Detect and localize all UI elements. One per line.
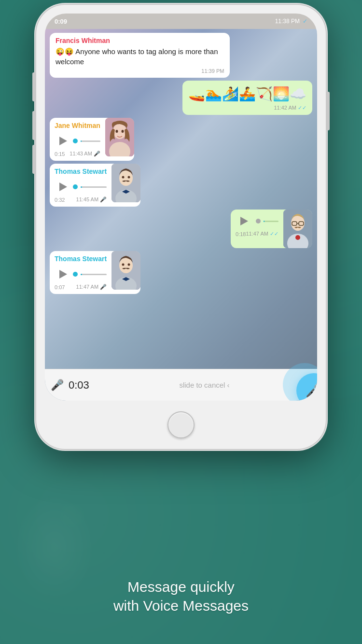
mic-indicator-4: 🎤 bbox=[100, 196, 107, 202]
record-mic-icon: 🎤 bbox=[51, 379, 64, 392]
voice-message-6: Thomas Stewart 0:07 bbox=[50, 251, 140, 294]
svg-point-21 bbox=[128, 264, 130, 266]
message-bubble-1: Francis Whitman 😜😝 Anyone who wants to t… bbox=[50, 33, 230, 78]
waveform-dot-3 bbox=[73, 139, 78, 143]
slide-to-cancel: slide to cancel ‹ bbox=[97, 381, 311, 389]
message-row-5: 0:18 11:47 AM ✓✓ bbox=[50, 210, 312, 248]
mic-indicator-3: 🎤 bbox=[94, 151, 100, 156]
waveform-dot-4 bbox=[73, 184, 78, 189]
phone-wrapper: 0:09 11:38 PM ✓ Francis Whitman 😜😝 Anyon… bbox=[36, 5, 326, 449]
play-button-4[interactable] bbox=[55, 179, 70, 195]
record-timer: 0:03 bbox=[69, 379, 93, 392]
message-bubble-2: 🚤🏊🏄🚣🏹🌅☁️ 11:42 AM ✓✓ bbox=[182, 81, 312, 115]
chat-background: Francis Whitman 😜😝 Anyone who wants to t… bbox=[45, 29, 317, 401]
mic-halo: 🎤 bbox=[283, 363, 317, 401]
voice-message-3: Jane Whitman 0:15 bbox=[50, 118, 134, 161]
avatar-jane bbox=[105, 118, 134, 156]
phone-frame: 0:09 11:38 PM ✓ Francis Whitman 😜😝 Anyon… bbox=[36, 5, 326, 449]
message-meta-1: 11:39 PM bbox=[56, 68, 224, 74]
voice-time-row-5: 0:18 11:47 AM ✓✓ bbox=[236, 231, 278, 237]
voice-controls-5 bbox=[236, 213, 278, 229]
input-bar: 🎤 0:03 slide to cancel ‹ 🎤 bbox=[45, 369, 317, 401]
waveform-line-6 bbox=[81, 274, 107, 275]
mic-icon-white: 🎤 bbox=[306, 383, 318, 399]
svg-point-4 bbox=[121, 130, 124, 133]
message-meta-2: 11:42 AM ✓✓ bbox=[188, 105, 306, 111]
voice-content-4: Thomas Stewart 0:32 bbox=[50, 164, 111, 207]
svg-point-3 bbox=[115, 130, 118, 133]
svg-point-6 bbox=[119, 170, 133, 186]
voice-message-4: Thomas Stewart 0:32 bbox=[50, 164, 140, 207]
waveform-line-4 bbox=[81, 186, 107, 188]
message-row-3: Jane Whitman 0:15 bbox=[50, 118, 281, 161]
svg-point-16 bbox=[295, 235, 300, 240]
emoji-text: 🚤🏊🏄🚣🏹🌅☁️ bbox=[188, 84, 306, 103]
waveform-dot-6 bbox=[73, 272, 78, 277]
waveform-line-5 bbox=[264, 221, 278, 222]
voice-time-6: 11:47 AM 🎤 bbox=[76, 284, 107, 290]
sender-name-francis: Francis Whitman bbox=[56, 37, 224, 44]
sender-thomas-1: Thomas Stewart bbox=[55, 168, 107, 175]
bottom-text: Message quickly with Voice Messages bbox=[0, 577, 362, 615]
bottom-text-line2: with Voice Messages bbox=[0, 596, 362, 615]
play-triangle-3 bbox=[59, 137, 67, 145]
svg-point-18 bbox=[119, 258, 133, 273]
status-clock: 11:38 PM bbox=[275, 18, 300, 25]
message-text-1: 😜😝 Anyone who wants to tag along is more… bbox=[56, 46, 224, 67]
svg-point-20 bbox=[122, 264, 125, 266]
play-button-6[interactable] bbox=[55, 266, 70, 282]
svg-point-8 bbox=[122, 176, 125, 179]
play-triangle-6 bbox=[59, 270, 67, 279]
voice-controls-6 bbox=[55, 266, 107, 282]
bottom-text-line1: Message quickly bbox=[0, 577, 362, 596]
status-call-time: 0:09 bbox=[55, 18, 67, 25]
sender-thomas-2: Thomas Stewart bbox=[55, 255, 107, 263]
mic-indicator-6: 🎤 bbox=[100, 284, 107, 290]
status-bar: 0:09 11:38 PM ✓ bbox=[45, 14, 317, 29]
play-triangle-4 bbox=[59, 182, 67, 191]
message-row-4: Thomas Stewart 0:32 bbox=[50, 164, 281, 207]
play-button-3[interactable] bbox=[55, 133, 70, 149]
svg-point-1 bbox=[113, 124, 126, 139]
avatar-thomas-1 bbox=[111, 164, 140, 202]
waveform-line-3 bbox=[81, 140, 100, 142]
voice-time-row-3: 0:15 11:43 AM 🎤 bbox=[55, 151, 100, 157]
voice-content-5: 0:18 11:47 AM ✓✓ bbox=[231, 210, 283, 248]
voice-controls-3 bbox=[55, 133, 100, 149]
mic-button-large[interactable]: 🎤 bbox=[296, 373, 317, 401]
message-row-6: Thomas Stewart 0:07 bbox=[50, 251, 281, 294]
voice-duration-5: 0:18 bbox=[236, 231, 246, 237]
voice-time-3: 11:43 AM 🎤 bbox=[70, 151, 100, 157]
sender-jane: Jane Whitman bbox=[55, 122, 100, 129]
message-row-2: 🚤🏊🏄🚣🏹🌅☁️ 11:42 AM ✓✓ bbox=[50, 81, 312, 115]
avatar-self bbox=[283, 210, 312, 248]
home-button[interactable] bbox=[167, 411, 195, 438]
voice-duration-3: 0:15 bbox=[55, 151, 65, 157]
voice-content-6: Thomas Stewart 0:07 bbox=[50, 251, 111, 294]
avatar-thomas-2 bbox=[111, 251, 140, 290]
status-right-group: 11:38 PM ✓ bbox=[275, 18, 307, 25]
play-button-5[interactable] bbox=[236, 213, 251, 229]
voice-time-row-4: 0:32 11:45 AM 🎤 bbox=[55, 196, 107, 203]
voice-time-4: 11:45 AM 🎤 bbox=[76, 196, 107, 203]
voice-duration-4: 0:32 bbox=[55, 197, 65, 203]
play-triangle-5 bbox=[240, 217, 248, 225]
voice-content-3: Jane Whitman 0:15 bbox=[50, 118, 105, 161]
waveform-dot-5 bbox=[256, 219, 261, 224]
voice-controls-4 bbox=[55, 179, 107, 195]
voice-time-row-6: 0:07 11:47 AM 🎤 bbox=[55, 284, 107, 290]
phone-screen: 0:09 11:38 PM ✓ Francis Whitman 😜😝 Anyon… bbox=[45, 14, 317, 401]
voice-duration-6: 0:07 bbox=[55, 284, 65, 290]
status-check: ✓ bbox=[303, 18, 307, 25]
voice-time-5: 11:47 AM ✓✓ bbox=[246, 231, 278, 237]
voice-message-5: 0:18 11:47 AM ✓✓ bbox=[231, 210, 312, 248]
svg-point-9 bbox=[128, 176, 130, 179]
message-row-1: Francis Whitman 😜😝 Anyone who wants to t… bbox=[50, 33, 281, 78]
